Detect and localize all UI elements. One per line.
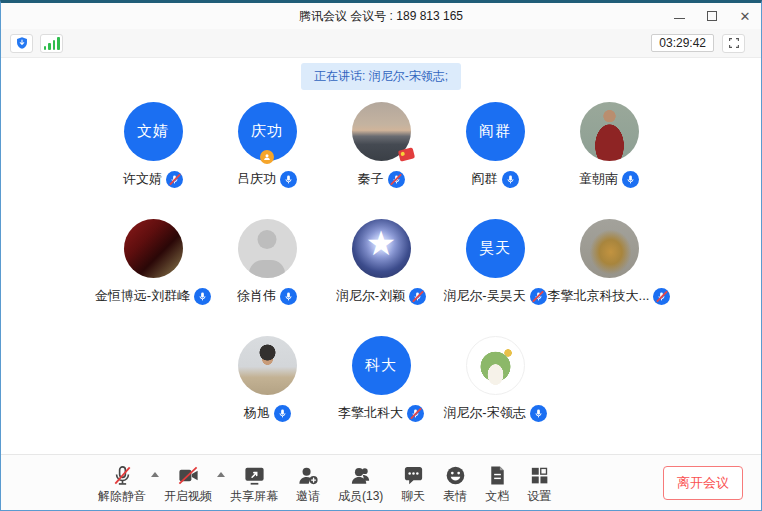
mic-muted-icon: [111, 464, 134, 487]
participant-avatar: 庆功: [238, 102, 297, 161]
participant-avatar: 昊天: [466, 219, 525, 278]
fullscreen-icon: [728, 37, 740, 49]
close-button[interactable]: ✕: [739, 10, 751, 22]
participant-name-row: 润尼尔-宋领志: [443, 404, 546, 422]
participant-avatar: [352, 219, 411, 278]
participant-tile[interactable]: 杨旭: [210, 336, 324, 422]
settings-label: 设置: [527, 490, 551, 502]
participant-tile[interactable]: 阎群 阎群: [438, 102, 552, 188]
participant-name: 童朝南: [579, 170, 618, 188]
minimize-button[interactable]: [673, 10, 685, 22]
start-video-label: 开启视频: [164, 490, 212, 502]
participant-tile[interactable]: 庆功 吕庆功: [210, 102, 324, 188]
participant-avatar: [238, 336, 297, 395]
participant-row: 杨旭 科大 李擎北科大: [210, 336, 552, 422]
members-icon: [349, 464, 372, 487]
participant-tile[interactable]: 童朝南: [552, 102, 666, 188]
participant-tile[interactable]: 徐肖伟: [210, 219, 324, 305]
members-label: 成员(13): [338, 490, 383, 502]
participant-avatar: [580, 219, 639, 278]
members-button[interactable]: 成员(13): [329, 464, 392, 502]
participant-name-row: 李擎北京科技大...: [548, 287, 671, 305]
unmute-button[interactable]: 解除静音: [89, 464, 155, 502]
mic-status-icon: [274, 405, 291, 422]
participant-tile[interactable]: 文婧 许文婧: [96, 102, 210, 188]
mic-status-icon: [407, 405, 424, 422]
participant-tile[interactable]: 科大 李擎北科大: [324, 336, 438, 422]
share-screen-button[interactable]: 共享屏幕: [221, 464, 287, 502]
mic-status-icon: [194, 288, 211, 305]
settings-icon: [528, 464, 551, 487]
participant-name-row: 秦子: [358, 170, 405, 188]
meeting-timer: 03:29:42: [651, 34, 714, 52]
invite-label: 邀请: [296, 490, 320, 502]
participant-name: 润尼尔-吴昊天: [443, 287, 525, 305]
participant-avatar: [580, 102, 639, 161]
docs-label: 文档: [485, 490, 509, 502]
share-screen-label: 共享屏幕: [230, 490, 278, 502]
emoji-icon: [444, 464, 467, 487]
participant-name-row: 童朝南: [579, 170, 639, 188]
participant-name: 许文婧: [123, 170, 162, 188]
active-speaker-banner: 正在讲话: 润尼尔-宋领志;: [301, 63, 461, 90]
avatar-initials: 科大: [365, 356, 397, 375]
status-bar: 03:29:42: [1, 29, 761, 58]
participant-avatar: 科大: [352, 336, 411, 395]
mic-status-icon: [530, 405, 547, 422]
mic-status-icon: [530, 288, 547, 305]
emoji-button[interactable]: 表情: [434, 464, 476, 502]
invite-icon: [297, 464, 320, 487]
participant-avatar: [466, 336, 525, 395]
mic-status-icon: [388, 171, 405, 188]
participant-tile[interactable]: 李擎北京科技大...: [552, 219, 666, 305]
participant-name-row: 润尼尔-刘颖: [336, 287, 426, 305]
participant-avatar: [238, 219, 297, 278]
main-area: 正在讲话: 润尼尔-宋领志; 文婧 许文婧 庆功: [1, 58, 761, 454]
shield-icon: [15, 36, 29, 50]
participant-avatar: [352, 102, 411, 161]
maximize-button[interactable]: [706, 10, 718, 22]
participant-name: 秦子: [358, 170, 384, 188]
chat-label: 聊天: [401, 490, 425, 502]
invite-button[interactable]: 邀请: [287, 464, 329, 502]
chat-button[interactable]: 聊天: [392, 464, 434, 502]
participant-name: 润尼尔-宋领志: [443, 404, 525, 422]
camera-off-icon: [177, 464, 200, 487]
avatar-initials: 庆功: [251, 122, 283, 141]
leave-meeting-button[interactable]: 离开会议: [663, 466, 743, 500]
participant-tile[interactable]: 昊天 润尼尔-吴昊天: [438, 219, 552, 305]
participant-row: 金恒博远-刘群峰 徐肖伟: [96, 219, 666, 305]
participant-tile[interactable]: 润尼尔-宋领志: [438, 336, 552, 422]
participant-name: 阎群: [472, 170, 498, 188]
participant-name: 杨旭: [244, 404, 270, 422]
chat-icon: [402, 464, 425, 487]
screen-share-icon: [243, 464, 266, 487]
fullscreen-button[interactable]: [722, 34, 745, 53]
participant-name: 徐肖伟: [237, 287, 276, 305]
participant-name-row: 润尼尔-吴昊天: [443, 287, 546, 305]
avatar-initials: 昊天: [479, 239, 511, 258]
avatar-initials: 文婧: [137, 122, 169, 141]
network-signal-button[interactable]: [40, 34, 63, 53]
title-bar: 腾讯会议 会议号 : 189 813 165 ✕: [1, 3, 761, 29]
mic-status-icon: [280, 288, 297, 305]
settings-button[interactable]: 设置: [518, 464, 560, 502]
window-controls: ✕: [673, 3, 751, 29]
docs-button[interactable]: 文档: [476, 464, 518, 502]
participant-name: 金恒博远-刘群峰: [95, 287, 190, 305]
participant-name-row: 金恒博远-刘群峰: [95, 287, 211, 305]
participant-name: 润尼尔-刘颖: [336, 287, 405, 305]
start-video-button[interactable]: 开启视频: [155, 464, 221, 502]
mic-status-icon: [166, 171, 183, 188]
flag-badge-icon: [397, 147, 414, 161]
host-badge-icon: [260, 150, 274, 164]
participant-tile[interactable]: 润尼尔-刘颖: [324, 219, 438, 305]
mic-status-icon: [502, 171, 519, 188]
security-shield-button[interactable]: [10, 34, 33, 53]
participant-tile[interactable]: 秦子: [324, 102, 438, 188]
participant-name-row: 阎群: [472, 170, 519, 188]
status-bar-right: 03:29:42: [651, 34, 752, 53]
participant-name-row: 许文婧: [123, 170, 183, 188]
participant-tile[interactable]: 金恒博远-刘群峰: [96, 219, 210, 305]
participant-name: 吕庆功: [237, 170, 276, 188]
